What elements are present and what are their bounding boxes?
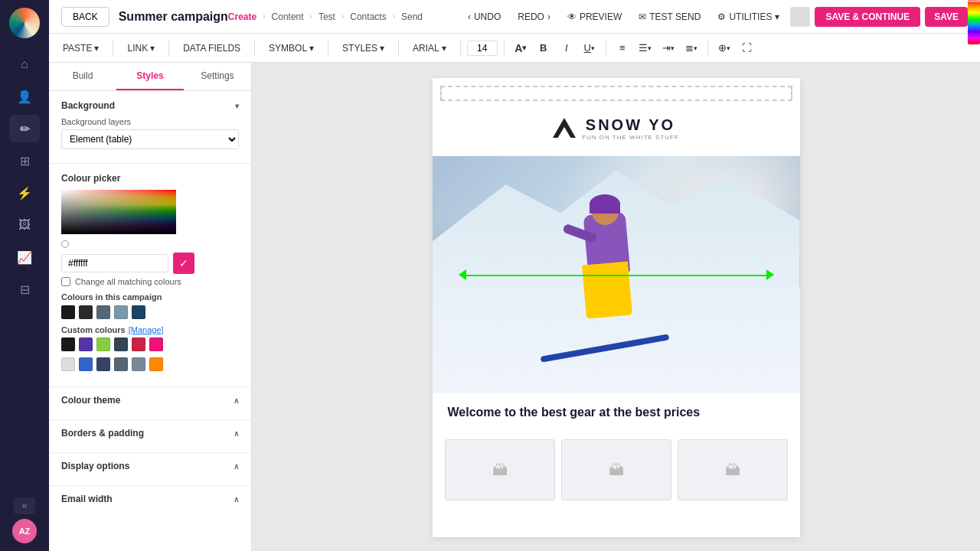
- product-2[interactable]: 🏔: [561, 439, 671, 500]
- custom-colours-label: Custom colours: [61, 325, 126, 334]
- bold-button[interactable]: B: [534, 38, 554, 58]
- background-layers-select[interactable]: Element (table): [61, 129, 239, 149]
- list-button[interactable]: ≣ ▾: [681, 38, 701, 58]
- chart-icon: 📈: [17, 250, 32, 265]
- back-button[interactable]: BACK: [61, 7, 109, 27]
- display-options-header[interactable]: Display options ∧: [61, 461, 239, 471]
- colour-theme-chevron-icon: ∧: [234, 396, 239, 405]
- align-center-button[interactable]: ☰ ▾: [635, 38, 655, 58]
- nav-test[interactable]: Test: [318, 11, 335, 22]
- expand-button[interactable]: «: [14, 497, 35, 514]
- hex-color-input[interactable]: [61, 254, 168, 272]
- background-chevron-icon: ▾: [235, 102, 239, 110]
- manage-link[interactable]: [Manage]: [129, 325, 164, 334]
- utilities-button[interactable]: ⚙ UTILITIES ▾: [711, 8, 786, 25]
- change-matching-checkbox[interactable]: [61, 277, 70, 286]
- swatch-black[interactable]: [61, 305, 75, 319]
- product-row: 🏔 🏔 🏔: [433, 432, 800, 508]
- sidebar-item-chart[interactable]: 📈: [9, 243, 40, 271]
- product-1[interactable]: 🏔: [445, 439, 555, 500]
- tab-settings[interactable]: Settings: [184, 63, 251, 90]
- styles-button[interactable]: STYLES ▾: [335, 40, 392, 57]
- ski-image[interactable]: [433, 156, 800, 393]
- sidebar-item-home[interactable]: ⌂: [9, 51, 40, 78]
- custom-swatch-4[interactable]: [114, 337, 128, 351]
- undo-button[interactable]: ‹ UNDO: [462, 8, 507, 25]
- insert-button[interactable]: ⊕ ▾: [714, 38, 734, 58]
- custom-swatch-5[interactable]: [132, 337, 145, 351]
- gradient-rainbow[interactable]: [61, 190, 176, 234]
- custom-swatch-9[interactable]: [96, 357, 110, 371]
- nav-send[interactable]: Send: [401, 11, 423, 22]
- colour-theme-header[interactable]: Colour theme ∧: [61, 395, 239, 406]
- toolbar-separator-9: [707, 41, 708, 56]
- custom-swatch-3[interactable]: [96, 337, 110, 351]
- fullscreen-button[interactable]: ⛶: [737, 38, 757, 58]
- gradient-box[interactable]: [61, 190, 199, 236]
- toolbar-separator-7: [504, 41, 505, 56]
- custom-swatch-11[interactable]: [132, 357, 145, 371]
- nav-create[interactable]: Create: [228, 11, 256, 22]
- avatar[interactable]: AZ: [12, 519, 37, 543]
- preview-button[interactable]: 👁 PREVIEW: [561, 8, 628, 25]
- product-3-icon: 🏔: [725, 461, 740, 479]
- custom-swatch-2[interactable]: [79, 337, 93, 351]
- product-3[interactable]: 🏔: [678, 439, 788, 500]
- background-section-header[interactable]: Background ▾: [61, 100, 239, 111]
- indent-button[interactable]: ⇥ ▾: [658, 38, 678, 58]
- gradient-picker[interactable]: [61, 190, 239, 236]
- sidebar-item-edit[interactable]: ✏: [9, 115, 40, 142]
- symbol-button[interactable]: SYMBOL ▾: [261, 40, 322, 57]
- swatch-blue-gray[interactable]: [114, 305, 128, 319]
- link-button[interactable]: LINK ▾: [119, 40, 162, 57]
- display-options-chevron-icon: ∧: [234, 462, 239, 471]
- color-confirm-button[interactable]: ✓: [173, 253, 194, 274]
- toolbar-separator-5: [398, 41, 399, 56]
- resize-line-horizontal[interactable]: [463, 275, 769, 276]
- swatch-navy[interactable]: [132, 305, 145, 319]
- sidebar-item-lightning[interactable]: ⚡: [9, 179, 40, 207]
- font-size-input[interactable]: [467, 41, 498, 56]
- swatch-dark[interactable]: [79, 305, 93, 319]
- italic-button[interactable]: I: [557, 38, 577, 58]
- expand-icon: «: [22, 500, 28, 511]
- insert-icon: ⊕: [718, 42, 727, 54]
- styles-sidebar: Build Styles Settings Background ▾ Backg…: [49, 63, 252, 551]
- sidebar-item-blocks[interactable]: ⊟: [9, 276, 40, 303]
- align-left-button[interactable]: ≡: [612, 38, 632, 58]
- tab-styles[interactable]: Styles: [116, 63, 184, 90]
- font-selector[interactable]: ARIAL ▾: [405, 40, 454, 57]
- custom-swatch-1[interactable]: [61, 337, 75, 351]
- paste-button[interactable]: PASTE ▾: [55, 40, 106, 57]
- email-text-area[interactable]: Welcome to the best gear at the best pri…: [433, 393, 800, 432]
- paste-chevron-icon: ▾: [94, 43, 99, 54]
- nav-content[interactable]: Content: [272, 11, 304, 22]
- nav-contacts[interactable]: Contacts: [350, 11, 386, 22]
- custom-swatch-8[interactable]: [79, 357, 93, 371]
- list-icon: ≣: [685, 42, 694, 54]
- custom-colour-swatches-row1: [61, 337, 239, 351]
- custom-swatch-7[interactable]: [61, 357, 75, 371]
- save-continue-button[interactable]: SAVE & CONTINUE: [815, 7, 920, 27]
- underline-button[interactable]: U ▾: [580, 38, 599, 58]
- test-send-button[interactable]: ✉ TEST SEND: [632, 8, 707, 25]
- font-color-button[interactable]: A ▾: [511, 38, 531, 58]
- custom-swatch-6[interactable]: [149, 337, 163, 351]
- swatch-gray[interactable]: [96, 305, 110, 319]
- email-width-header[interactable]: Email width ∧: [61, 494, 239, 504]
- background-layers-label: Background layers Element (table): [61, 117, 239, 149]
- app-logo[interactable]: [9, 8, 40, 38]
- sidebar-item-image[interactable]: 🖼: [9, 211, 40, 239]
- borders-padding-header[interactable]: Borders & padding ∧: [61, 428, 239, 439]
- redo-button[interactable]: REDO ›: [511, 8, 557, 25]
- resize-arrow-left: [459, 269, 466, 280]
- tab-build[interactable]: Build: [49, 63, 116, 90]
- sidebar-item-users[interactable]: 👤: [9, 83, 40, 110]
- sidebar-item-grid[interactable]: ⊞: [9, 147, 40, 174]
- custom-swatch-12[interactable]: [149, 357, 163, 371]
- formatting-toolbar: PASTE ▾ LINK ▾ DATA FIELDS SYMBOL ▾ STYL…: [49, 34, 980, 63]
- data-fields-button[interactable]: DATA FIELDS: [175, 40, 248, 57]
- save-button[interactable]: SAVE: [925, 7, 968, 27]
- custom-swatch-10[interactable]: [114, 357, 128, 371]
- profile-icon[interactable]: [790, 7, 810, 27]
